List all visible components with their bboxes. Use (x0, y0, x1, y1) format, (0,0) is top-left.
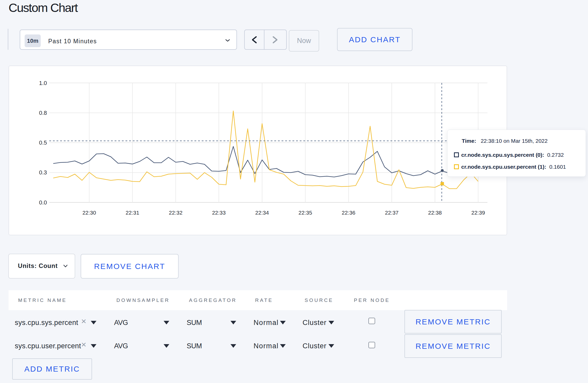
svg-text:22:37: 22:37 (385, 210, 399, 216)
svg-text:0.3: 0.3 (39, 169, 47, 176)
svg-text:0.8: 0.8 (39, 110, 47, 116)
svg-text:22:34: 22:34 (255, 210, 269, 216)
svg-text:22:35: 22:35 (298, 210, 312, 216)
svg-text:22:30: 22:30 (82, 210, 96, 216)
svg-text:22:38: 22:38 (428, 210, 442, 216)
svg-text:22:31: 22:31 (126, 210, 139, 216)
svg-text:22:39: 22:39 (471, 210, 485, 216)
svg-text:1.0: 1.0 (39, 80, 47, 86)
svg-text:22:33: 22:33 (212, 210, 226, 216)
svg-text:0.0: 0.0 (39, 199, 47, 206)
svg-text:22:36: 22:36 (342, 210, 355, 216)
svg-text:0.5: 0.5 (39, 139, 47, 146)
svg-text:22:32: 22:32 (169, 210, 183, 216)
